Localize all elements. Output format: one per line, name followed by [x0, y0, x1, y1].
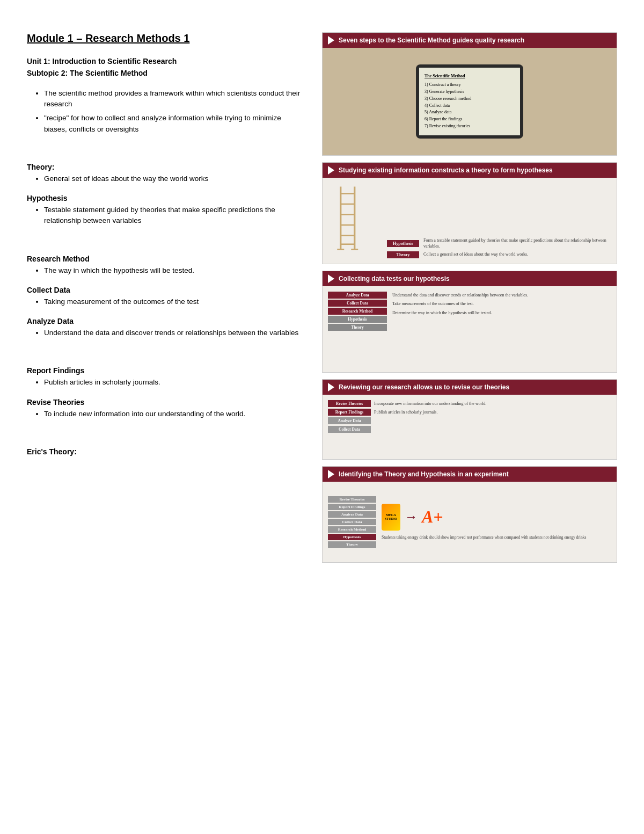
slide-1-header: Seven steps to the Scientific Method gui…: [323, 33, 617, 48]
erics-theory-heading: Eric's Theory:: [27, 447, 306, 456]
slide-5-arrow-icon: [328, 470, 334, 478]
tablet-step-1: 1) Construct a theory: [425, 82, 515, 89]
ladder-svg: [328, 183, 371, 253]
slide-3-header-text: Collecting data tests our hypothesis: [339, 275, 450, 282]
slide-2-header-text: Studying existing information constructs…: [339, 166, 553, 174]
tablet-step-2: 3) Generate hypothesis: [425, 89, 515, 96]
tablet-step-7: 7) Revise existing theories: [425, 123, 515, 130]
theory-bullet-1: General set of ideas about the way the w…: [44, 173, 306, 184]
slide-2-body: Hypothesis Form a testable statement gui…: [323, 178, 617, 264]
hypothesis-desc: Form a testable statement guided by theo…: [423, 238, 611, 249]
slide-5-header-text: Identifying the Theory and Hypothesis in…: [339, 470, 509, 478]
id-steps: Revise Theories Report Findings Analyze …: [328, 496, 376, 548]
slide-3-body: Analyze Data Collect Data Research Metho…: [323, 286, 617, 372]
step-box-analyze: Analyze Data: [328, 292, 387, 299]
framework-section: The scientific method provides a framewo…: [27, 88, 306, 135]
slide-1: Seven steps to the Scientific Method gui…: [322, 32, 617, 156]
slide-5-header: Identifying the Theory and Hypothesis in…: [323, 467, 617, 482]
left-column: Module 1 – Research Methods 1 Unit 1: In…: [27, 32, 306, 563]
hypothesis-bullet-1: Testable statement guided by theories th…: [44, 205, 306, 227]
slide-1-arrow-icon: [328, 36, 334, 45]
slide-2: Studying existing information constructs…: [322, 162, 617, 264]
tablet-container: The Scientific Method 1) Construct a the…: [416, 64, 523, 138]
slide-4-arrow-icon: [328, 383, 334, 391]
energy-drink-can: MEGASTUDIO: [382, 504, 400, 531]
id-right: MEGASTUDIO → A+ Students taking energy d…: [382, 504, 611, 541]
slide-4-header-text: Reviewing our research allows us to revi…: [339, 383, 509, 391]
slide-4: Reviewing our research allows us to revi…: [322, 379, 617, 460]
tablet-step-5: 5) Analyze data: [425, 109, 515, 116]
energy-drink-area: MEGASTUDIO → A+: [382, 504, 611, 531]
tablet-title: The Scientific Method: [425, 73, 515, 80]
slide-4-body: Revise Theories Incorporate new informat…: [323, 395, 617, 459]
step-desc-collect: Take measurements of the outcomes of the…: [392, 301, 611, 307]
theory-label-row: Theory Collect a general set of ideas ab…: [387, 251, 611, 258]
grade-display: A+: [422, 507, 443, 527]
slide-2-arrow-icon: [328, 166, 334, 175]
review-box-report: Report Findings: [328, 409, 371, 416]
slide-5: Identifying the Theory and Hypothesis in…: [322, 466, 617, 563]
research-method-heading: Research Method: [27, 255, 306, 263]
slide-3-labels: Understand the data and discover trends …: [392, 292, 611, 367]
review-desc-report: Publish articles in scholarly journals.: [374, 410, 437, 415]
id-box-theory: Theory: [328, 541, 376, 548]
report-findings-section: Publish articles in scholarly journals.: [27, 377, 306, 388]
slide-3: Collecting data tests our hypothesis Ana…: [322, 271, 617, 373]
review-box-revise: Revise Theories: [328, 400, 371, 407]
tablet-screen: The Scientific Method 1) Construct a the…: [419, 68, 520, 135]
slide-5-body: Revise Theories Report Findings Analyze …: [323, 482, 617, 562]
step-box-research: Research Method: [328, 308, 387, 315]
unit-line: Unit 1: Introduction to Scientific Resea…: [27, 55, 306, 67]
hypothesis-box: Hypothesis: [387, 240, 419, 247]
revise-theories-section: To include new information into our unde…: [27, 409, 306, 419]
right-column: Seven steps to the Scientific Method gui…: [322, 32, 617, 563]
collect-data-section: Taking measurement of the outcomes of th…: [27, 296, 306, 307]
framework-bullet-1: The scientific method provides a framewo…: [44, 88, 306, 110]
tablet-step-6: 6) Report the findings: [425, 116, 515, 123]
research-method-bullet-1: The way in which the hypothesis will be …: [44, 265, 306, 276]
step-box-theory: Theory: [328, 324, 387, 331]
page-layout: Module 1 – Research Methods 1 Unit 1: In…: [27, 32, 617, 563]
review-row-report: Report Findings Publish articles in scho…: [328, 409, 611, 416]
slide-3-arrow-icon: [328, 274, 334, 283]
unit-info: Unit 1: Introduction to Scientific Resea…: [27, 55, 306, 79]
analyze-data-section: Understand the data and discover trends …: [27, 328, 306, 338]
revise-theories-heading: Revise Theories: [27, 398, 306, 407]
slide-1-body: The Scientific Method 1) Construct a the…: [323, 48, 617, 155]
id-box-research: Research Method: [328, 526, 376, 533]
analyze-data-bullet-1: Understand the data and discover trends …: [44, 328, 306, 338]
hypothesis-heading: Hypothesis: [27, 194, 306, 202]
slide-4-header: Reviewing our research allows us to revi…: [323, 380, 617, 395]
theory-section: General set of ideas about the way the w…: [27, 173, 306, 184]
review-row-revise: Revise Theories Incorporate new informat…: [328, 400, 611, 407]
theory-desc: Collect a general set of ideas about the…: [423, 252, 528, 257]
review-row-analyze: Analyze Data: [328, 417, 611, 424]
step-desc-analyze: Understand the data and discover trends …: [392, 293, 611, 298]
review-steps: Revise Theories Incorporate new informat…: [328, 400, 611, 433]
slide-2-header: Studying existing information constructs…: [323, 163, 617, 178]
report-findings-bullet-1: Publish articles in scholarly journals.: [44, 377, 306, 388]
analyze-data-heading: Analyze Data: [27, 317, 306, 325]
module-title: Module 1 – Research Methods 1: [27, 32, 306, 45]
step-box-hypothesis: Hypothesis: [328, 316, 387, 323]
id-box-hypothesis: Hypothesis: [328, 534, 376, 540]
hypothesis-label-row: Hypothesis Form a testable statement gui…: [387, 238, 611, 249]
id-box-report: Report Findings: [328, 504, 376, 510]
arrow-right-icon: →: [405, 510, 418, 524]
step-box-collect: Collect Data: [328, 300, 387, 307]
subtopic-line: Subtopic 2: The Scientific Method: [27, 67, 306, 79]
research-method-section: The way in which the hypothesis will be …: [27, 265, 306, 276]
theory-box: Theory: [387, 251, 419, 258]
review-box-analyze: Analyze Data: [328, 417, 371, 424]
slide-3-steps: Analyze Data Collect Data Research Metho…: [328, 292, 387, 367]
slide-2-labels: Hypothesis Form a testable statement gui…: [387, 183, 611, 258]
revise-theories-bullet-1: To include new information into our unde…: [44, 409, 306, 419]
tablet-step-3: 3) Choose research method: [425, 96, 515, 103]
hypothesis-section: Testable statement guided by theories th…: [27, 205, 306, 227]
review-desc-revise: Incorporate new information into our und…: [374, 401, 487, 406]
theory-heading: Theory:: [27, 163, 306, 171]
slide-3-header: Collecting data tests our hypothesis: [323, 271, 617, 286]
id-box-collect: Collect Data: [328, 519, 376, 525]
slide-1-header-text: Seven steps to the Scientific Method gui…: [339, 37, 524, 44]
id-box-revise: Revise Theories: [328, 496, 376, 503]
